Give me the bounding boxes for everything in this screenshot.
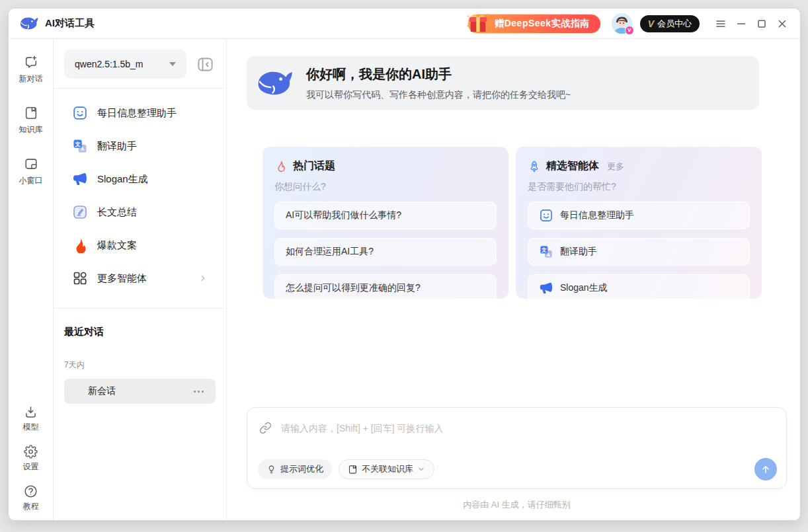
featured-agents-subtitle: 是否需要他们的帮忙? <box>528 181 750 193</box>
send-button[interactable] <box>754 458 777 480</box>
assistant-item-viral-copy[interactable]: 爆款文案 <box>64 229 216 262</box>
agent-shortcut-slogan[interactable]: Slogan生成 <box>528 274 750 302</box>
welcome-subtitle: 我可以帮你写代码、写作各种创意内容，请把你的任务交给我吧~ <box>306 89 571 101</box>
knowledge-selector-label: 不关联知识库 <box>362 463 413 475</box>
rail-label: 新对话 <box>19 73 43 85</box>
recent-chats-title: 最近对话 <box>64 326 216 338</box>
translate-icon <box>72 138 88 154</box>
assistant-item-more-agents[interactable]: 更多智能体 <box>64 262 216 295</box>
vip-v-icon: V <box>648 19 654 29</box>
assistant-label: 长文总结 <box>97 206 137 219</box>
rail-label: 教程 <box>23 501 39 512</box>
menu-icon <box>715 18 727 30</box>
book-icon <box>348 465 358 475</box>
hot-topic-question[interactable]: 怎么提问可以得到更准确的回复? <box>274 274 497 302</box>
left-rail: 新对话 知识库 小窗口 <box>9 39 54 520</box>
agent-label: 每日信息整理助手 <box>560 209 634 221</box>
knowledge-base-selector[interactable]: 不关联知识库 <box>339 459 434 479</box>
message-input[interactable] <box>281 423 774 434</box>
agent-label: 翻译助手 <box>560 246 597 258</box>
recent-chat-label: 新会话 <box>88 385 116 397</box>
rail-item-settings[interactable]: 设置 <box>23 445 39 473</box>
collapse-sidebar-button[interactable] <box>194 54 216 75</box>
minimize-icon <box>735 18 747 30</box>
rail-item-tutorial[interactable]: 教程 <box>23 484 39 512</box>
attachment-link-icon[interactable] <box>259 422 272 434</box>
maximize-button[interactable] <box>752 15 770 32</box>
rail-label: 模型 <box>23 422 39 433</box>
rail-item-new-chat[interactable]: 新对话 <box>19 55 43 85</box>
chevron-down-icon <box>169 62 176 66</box>
assistant-item-summary[interactable]: 长文总结 <box>64 196 216 229</box>
agent-label: Slogan生成 <box>560 282 608 294</box>
assistant-item-daily-organizer[interactable]: 每日信息整理助手 <box>64 96 216 130</box>
assistant-item-slogan[interactable]: Slogan生成 <box>64 163 216 196</box>
promo-banner-label: 赠DeepSeek实战指南 <box>495 18 589 30</box>
hot-flame-icon <box>274 160 288 173</box>
maximize-icon <box>756 18 768 30</box>
rail-item-models[interactable]: 模型 <box>23 405 39 433</box>
close-button[interactable] <box>773 15 791 32</box>
megaphone-icon <box>72 171 88 187</box>
hot-topics-subtitle: 你想问什么? <box>274 181 497 193</box>
user-avatar[interactable]: V <box>612 13 632 34</box>
lightbulb-icon <box>266 465 276 475</box>
close-icon <box>776 18 788 30</box>
question-label: 如何合理运用AI工具? <box>286 246 374 258</box>
menu-button[interactable] <box>711 15 729 32</box>
promo-banner-button[interactable]: 赠DeepSeek实战指南 <box>467 14 600 34</box>
window-controls <box>711 15 791 32</box>
apps-grid-icon <box>72 270 88 286</box>
assistant-label: 翻译助手 <box>97 140 137 153</box>
prompt-optimizer-label: 提示词优化 <box>280 463 323 475</box>
knowledge-base-icon <box>24 106 38 120</box>
rocket-icon <box>528 160 541 173</box>
smiley-assistant-icon <box>72 105 88 121</box>
rail-label: 知识库 <box>19 124 43 135</box>
rail-item-knowledge[interactable]: 知识库 <box>19 106 43 135</box>
more-options-icon[interactable] <box>191 388 206 395</box>
recent-chat-item[interactable]: 新会话 <box>64 379 216 404</box>
agents-more-link[interactable]: 更多 <box>607 161 624 172</box>
featured-agents-card: 精选智能体 更多 是否需要他们的帮忙? 每日信息整理助手 翻译助手 Slo <box>516 147 762 299</box>
model-name: qwen2.5:1.5b_m <box>75 59 143 69</box>
assistant-label: 更多智能体 <box>97 272 147 285</box>
app-logo-whale-icon <box>19 15 39 32</box>
question-label: 怎么提问可以得到更准确的回复? <box>286 282 421 294</box>
agent-shortcut-translator[interactable]: 翻译助手 <box>528 238 750 266</box>
question-label: AI可以帮助我们做什么事情? <box>286 209 401 221</box>
smiley-assistant-icon <box>539 208 553 223</box>
assistant-item-translator[interactable]: 翻译助手 <box>64 130 216 163</box>
agent-shortcut-daily-organizer[interactable]: 每日信息整理助手 <box>528 202 750 229</box>
assistant-list: 每日信息整理助手 翻译助手 Slogan生成 长文总结 <box>54 89 226 299</box>
rail-item-mini-window[interactable]: 小窗口 <box>19 157 43 186</box>
minimize-button[interactable] <box>732 15 750 32</box>
assistant-label: 每日信息整理助手 <box>97 107 177 120</box>
new-chat-icon <box>24 55 38 69</box>
message-composer: 提示词优化 不关联知识库 <box>247 407 787 489</box>
recent-group-label: 7天内 <box>64 360 216 371</box>
document-pencil-icon <box>72 204 88 220</box>
hot-topics-title: 热门话题 <box>293 159 335 173</box>
rail-label: 设置 <box>23 461 39 473</box>
megaphone-icon <box>539 281 553 295</box>
featured-agents-title: 精选智能体 <box>546 159 599 173</box>
hot-topic-question[interactable]: 如何合理运用AI工具? <box>274 238 497 266</box>
assistant-label: 爆款文案 <box>97 239 137 252</box>
rail-bottom-group: 模型 设置 教程 <box>23 393 39 512</box>
model-selector[interactable]: qwen2.5:1.5b_m <box>64 50 186 79</box>
member-center-button[interactable]: V 会员中心 <box>640 15 700 32</box>
settings-gear-icon <box>24 445 38 459</box>
welcome-banner: 你好啊，我是你的AI助手 我可以帮你写代码、写作各种创意内容，请把你的任务交给我… <box>247 56 759 110</box>
welcome-title: 你好啊，我是你的AI助手 <box>306 65 571 83</box>
assistant-label: Slogan生成 <box>97 173 148 186</box>
mini-window-icon <box>24 157 38 171</box>
prompt-optimizer-button[interactable]: 提示词优化 <box>258 459 332 479</box>
avatar-vip-badge: V <box>625 26 634 35</box>
chevron-down-icon <box>417 465 425 473</box>
app-window: AI对话工具 赠DeepSeek实战指南 <box>8 8 801 521</box>
hot-topic-question[interactable]: AI可以帮助我们做什么事情? <box>274 202 497 229</box>
arrow-up-icon <box>760 463 772 475</box>
hot-topics-card: 热门话题 你想问什么? AI可以帮助我们做什么事情? 如何合理运用AI工具? 怎… <box>263 147 508 299</box>
ai-disclaimer: 内容由 AI 生成，请仔细甄别 <box>247 489 787 513</box>
